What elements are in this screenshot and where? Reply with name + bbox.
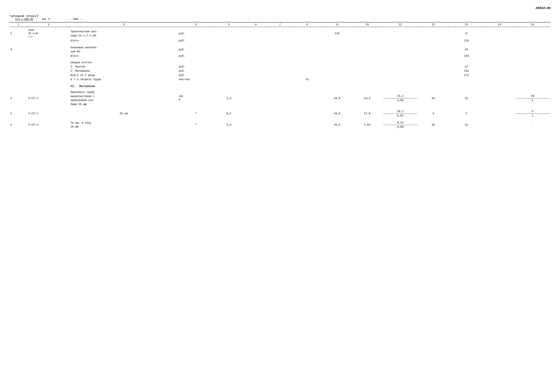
header-dash: - I86 - — [69, 18, 82, 21]
table-row: Всего по У разд. руб. I72 — [10, 73, 550, 77]
spacer-row — [10, 88, 550, 90]
col-header-10: IO — [352, 22, 382, 27]
dr3-col13: I2 — [448, 120, 485, 130]
itogo1-val: I25 — [448, 39, 485, 42]
dr2-col11: I9,26,07 — [382, 109, 418, 118]
table-row: 3 Плановые накопле-ния 8% руб. IO — [10, 45, 550, 54]
table-row: Сводка итогов: — [10, 60, 550, 65]
col-header-14: I4 — [484, 22, 514, 27]
spacer-row — [10, 58, 550, 60]
spacer-row — [10, 42, 550, 45]
materialy-val: I35 — [448, 69, 485, 73]
materialy-unit: руб. — [178, 69, 214, 73]
main-table: I 2 3 4 5 6 7 8 9 IO II I2 I3 I4 I5 2 СН… — [10, 22, 550, 130]
table-row: Итого руб. I35 — [10, 54, 550, 58]
dr3-col11: 0,220,08 — [382, 120, 418, 130]
dr1-col5: I,5 — [214, 90, 244, 107]
row2-col13: 9 — [448, 27, 485, 39]
col-header-6: 6 — [244, 22, 268, 27]
row3-col3: Плановые накопле-ния 8% — [70, 45, 178, 54]
zatrati-label: в т.ч.затраты труда — [70, 77, 178, 81]
table-row: в т.ч.затраты труда чел/час I9 — [10, 77, 550, 81]
dr2-col12: 5 — [418, 109, 448, 118]
spacer-row — [10, 118, 550, 120]
col-header-9: 9 — [322, 22, 352, 27]
col-header-3: 3 — [70, 22, 178, 27]
dr3-col1: 3 — [10, 120, 28, 130]
row3-col4: руб. — [178, 45, 214, 54]
spacer-row — [10, 81, 550, 84]
itogo1-label: Итого — [70, 39, 178, 42]
vi-header: VI. Материалы — [70, 84, 178, 88]
document-id: 20523-06 — [10, 6, 550, 10]
dr3-col10: 7,65 — [352, 120, 382, 130]
zatrati-unit: чел/час — [178, 77, 214, 81]
montaz-label: I. Монтаж — [70, 65, 178, 69]
dr3-col2: 8-4I7-5 — [28, 120, 70, 130]
svodka-header: Сводка итогов: — [70, 60, 178, 65]
dr1-col2: 8-4I7-I — [28, 90, 70, 107]
row3-col1: 3 — [10, 45, 28, 54]
dr2-col1: 2 — [10, 109, 28, 118]
header-center: АА У — [42, 18, 50, 21]
col-header-13: I3 — [448, 22, 485, 27]
header-title: ТИПОВОЙ ПРОЕКТ — [10, 15, 39, 18]
montaz-val: 37 — [448, 65, 485, 69]
table-row: 2. Материалы руб. I35 — [10, 69, 550, 73]
table-row: 2 8-4I7-2 32 мм " 0,I 49,8 I7,8 I9,26,07… — [10, 109, 550, 118]
dr1-col4: IOOМ — [178, 90, 214, 107]
vsego-unit: руб. — [178, 73, 214, 77]
dr1-col10: I4,4 — [352, 90, 382, 107]
dr1-col3: Проложить трубувинипластовую скреплением… — [70, 90, 178, 107]
table-row: 2 СНиПИУ-4-82ч.У Транспортные рас-ходы п… — [10, 27, 550, 39]
spacer-row — [10, 107, 550, 109]
col-header-8: 8 — [292, 22, 322, 27]
itogo2-label: Итого — [70, 54, 178, 58]
row2-col2: СНиПИУ-4-82ч.У — [28, 27, 70, 39]
dr2-col5: 0,I — [214, 109, 244, 118]
col-header-12: I2 — [418, 22, 448, 27]
dr1-col9: 34,8 — [322, 90, 352, 107]
col-header-11: II — [382, 22, 418, 27]
dr2-col15: 2I — [514, 109, 550, 118]
dr3-col12: 25 — [418, 120, 448, 130]
col-header-1: I — [10, 22, 28, 27]
col-header-7: 7 — [268, 22, 292, 27]
row2-col1: 2 — [10, 27, 28, 39]
dr2-col9: 49,8 — [322, 109, 352, 118]
dr2-col2: 8-4I7-2 — [28, 109, 70, 118]
dr3-col9: I5,9 — [322, 120, 352, 130]
dr3-col5: I,6 — [214, 120, 244, 130]
col-header-2: 2 — [28, 22, 70, 27]
dr2-col10: I7,8 — [352, 109, 382, 118]
header-block-left: ТИПОВОЙ ПРОЕКТ 214-1-309.85 — [10, 15, 39, 21]
dr2-col3: 32 мм — [70, 109, 178, 118]
dr3-col15: - — [514, 120, 550, 130]
header-area: ТИПОВОЙ ПРОЕКТ 214-1-309.85 АА У - I86 - — [10, 15, 550, 21]
dr2-col4: " — [178, 109, 214, 118]
row2-col3: Транспортные рас-ходы по п.I-7,6% — [70, 27, 178, 39]
dr1-col13: 22 — [448, 90, 485, 107]
materialy-label: 2. Материалы — [70, 69, 178, 73]
zatrati-val: I9 — [292, 77, 322, 81]
vsego-label: Всего по У разд. — [70, 73, 178, 77]
dr1-col15: I85 — [514, 90, 550, 107]
dr1-col11: I2,23,85 — [382, 90, 418, 107]
itogo2-val: I35 — [448, 54, 485, 58]
table-row: I 8-4I7-I Проложить трубувинипластовую с… — [10, 90, 550, 107]
vsego-val: I72 — [448, 73, 485, 77]
row2-col9: II6 — [322, 27, 352, 39]
dr1-col1: I — [10, 90, 28, 107]
montaz-unit: руб. — [178, 65, 214, 69]
itogo1-unit: руб. — [178, 39, 214, 42]
column-header-row: I 2 3 4 5 6 7 8 9 IO II I2 I3 I4 I5 — [10, 22, 550, 27]
col-header-4: 4 — [178, 22, 214, 27]
col-header-15: I5 — [514, 22, 550, 27]
table-row: Итого руб. I25 — [10, 39, 550, 42]
dr1-col12: 52 — [418, 90, 448, 107]
dr2-col13: 2 — [448, 109, 485, 118]
header-subtitle: 214-1-309.85 — [10, 18, 39, 21]
table-row: VI. Материалы — [10, 84, 550, 88]
table-row: 3 8-4I7-5 То же, в полу25 мм " I,6 I5,9 … — [10, 120, 550, 130]
table-row: I. Монтаж руб. 37 — [10, 65, 550, 69]
